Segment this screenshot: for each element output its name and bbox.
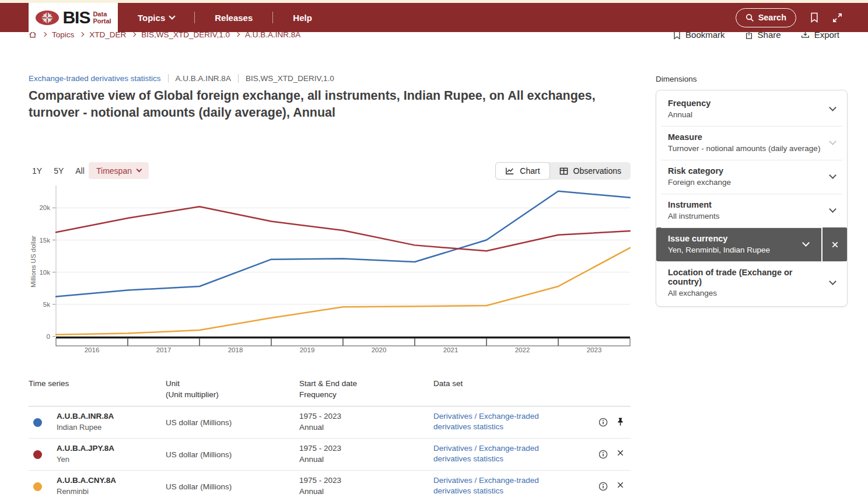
dates-cell: 1975 - 2023 [299, 412, 341, 421]
dimension-row-location-of-trade[interactable]: Location of trade (Exchange or country) … [656, 261, 847, 304]
series-code: A.U.B.A.INR.8A [57, 412, 114, 421]
svg-text:2016: 2016 [85, 346, 100, 353]
chevron-down-icon [829, 138, 836, 145]
close-icon [617, 449, 624, 457]
search-icon [746, 13, 754, 22]
series-code: A.U.B.A.JPY.8A [57, 444, 114, 453]
frequency-cell: Annual [299, 423, 324, 432]
divider [168, 74, 169, 83]
range-5y-button[interactable]: 5Y [54, 166, 64, 176]
info-icon [598, 418, 608, 427]
svg-text:2023: 2023 [587, 346, 602, 353]
svg-text:2019: 2019 [300, 346, 315, 353]
divider [238, 74, 239, 83]
bis-logo[interactable]: BIS Data Portal [29, 3, 118, 32]
info-button[interactable] [598, 482, 608, 491]
table-header: Time series Unit(Unit multiplier) Start … [29, 376, 631, 407]
breadcrumb-chevron-icon [235, 32, 240, 37]
remove-series-button[interactable] [617, 449, 624, 457]
svg-text:2022: 2022 [515, 346, 530, 353]
dataset-link[interactable]: Derivatives / Exchange-traded derivative… [433, 411, 548, 432]
close-icon [831, 241, 839, 248]
dataset-link[interactable]: Derivatives / Exchange-traded derivative… [433, 475, 548, 496]
table-row: A.U.B.A.CNY.8A Renminbi US dollar (Milli… [29, 471, 631, 501]
chart-controls: 1Y 5Y All Timespan Chart Observations [29, 162, 631, 180]
unit-cell: US dollar (Millions) [166, 450, 232, 459]
svg-text:2017: 2017 [156, 346, 172, 353]
chevron-down-icon [802, 239, 810, 247]
nav-right-cluster: Search [736, 3, 842, 32]
search-button[interactable]: Search [736, 8, 796, 27]
series-name: Yen [57, 455, 69, 464]
dimension-row-frequency[interactable]: Frequency Annual [656, 92, 847, 126]
header-time-series: Time series [29, 379, 69, 388]
nav-divider [194, 12, 195, 23]
dimension-row-issue-currency[interactable]: Issue currency Yen, Renminbi, Indian Rup… [656, 227, 847, 261]
range-all-button[interactable]: All [75, 166, 85, 176]
dimension-row-measure[interactable]: Measure Turnover - notional amounts (dai… [656, 126, 847, 160]
series-name: Indian Rupee [57, 423, 102, 432]
unit-cell: US dollar (Millions) [166, 482, 232, 491]
title-links: Exchange-traded derivatives statistics A… [29, 74, 334, 83]
series-dot [33, 450, 42, 459]
header-unit: Unit(Unit multiplier) [166, 379, 219, 399]
navbar: BIS Data Portal Topics Releases Help Sea… [0, 3, 868, 32]
chevron-down-icon [829, 104, 836, 111]
dimension-row-risk-category[interactable]: Risk category Foreign exchange [656, 160, 847, 194]
nav-item-releases[interactable]: Releases [210, 13, 257, 23]
fullscreen-button[interactable] [832, 13, 842, 23]
svg-text:2018: 2018 [228, 346, 243, 353]
dataset-link[interactable]: Derivatives / Exchange-traded derivative… [433, 443, 548, 464]
timeseries-chart[interactable]: 05k10k15k20k2016201720182019202020212022… [29, 182, 631, 357]
brand-subtitle: Data Portal [93, 10, 111, 24]
dimension-row-instrument[interactable]: Instrument All instruments [656, 194, 847, 227]
series-dot [33, 482, 42, 491]
pin-button[interactable] [617, 417, 624, 426]
issue-currency-remove-button[interactable] [821, 227, 847, 261]
close-icon [617, 481, 624, 489]
nav-item-topics[interactable]: Topics [133, 13, 179, 23]
remove-series-button[interactable] [617, 481, 624, 489]
info-icon [598, 450, 608, 459]
view-toggle: Chart Observations [495, 162, 631, 180]
brand-wordmark: BIS [62, 8, 90, 27]
svg-text:0: 0 [47, 333, 50, 340]
dataset-link[interactable]: Exchange-traded derivatives statistics [29, 74, 161, 83]
nav-item-help[interactable]: Help [288, 13, 317, 23]
chart-view-button[interactable]: Chart [495, 162, 550, 180]
chevron-down-icon [169, 13, 176, 19]
range-1y-button[interactable]: 1Y [32, 166, 42, 176]
navbar-bookmark-button[interactable] [810, 12, 818, 23]
unit-cell: US dollar (Millions) [166, 418, 232, 427]
svg-text:2021: 2021 [443, 346, 459, 353]
series-table: Time series Unit(Unit multiplier) Start … [29, 376, 631, 501]
dates-cell: 1975 - 2023 [299, 476, 341, 485]
info-icon [598, 482, 608, 491]
chevron-down-icon [829, 205, 836, 213]
info-button[interactable] [598, 450, 608, 459]
breadcrumb-chevron-icon [79, 32, 84, 37]
frequency-cell: Annual [299, 455, 324, 464]
info-button[interactable] [598, 418, 608, 427]
svg-text:Millions US dollar: Millions US dollar [30, 236, 37, 288]
breadcrumb-chevron-icon [131, 32, 136, 37]
series-code: A.U.B.A.CNY.8A [57, 476, 116, 485]
nav-menu: Topics Releases Help [133, 3, 317, 32]
svg-text:20k: 20k [39, 204, 50, 211]
svg-text:15k: 15k [39, 237, 50, 244]
header-dates: Start & End dateFrequency [299, 379, 357, 399]
page-title: Comparative view of Global foreign excha… [29, 87, 615, 121]
pin-icon [617, 417, 624, 426]
fullscreen-icon [832, 13, 842, 23]
breadcrumb-chevron-icon [42, 32, 47, 37]
observations-view-button[interactable]: Observations [550, 162, 631, 180]
timespan-button[interactable]: Timespan [89, 162, 149, 179]
dimensions-heading: Dimensions [656, 75, 697, 83]
bis-logo-icon [35, 10, 60, 26]
series-dot [33, 418, 42, 427]
nav-divider [272, 12, 273, 23]
chevron-down-icon [829, 278, 836, 285]
line-chart-icon [505, 167, 514, 175]
svg-text:2020: 2020 [372, 346, 387, 353]
dates-cell: 1975 - 2023 [299, 444, 341, 453]
